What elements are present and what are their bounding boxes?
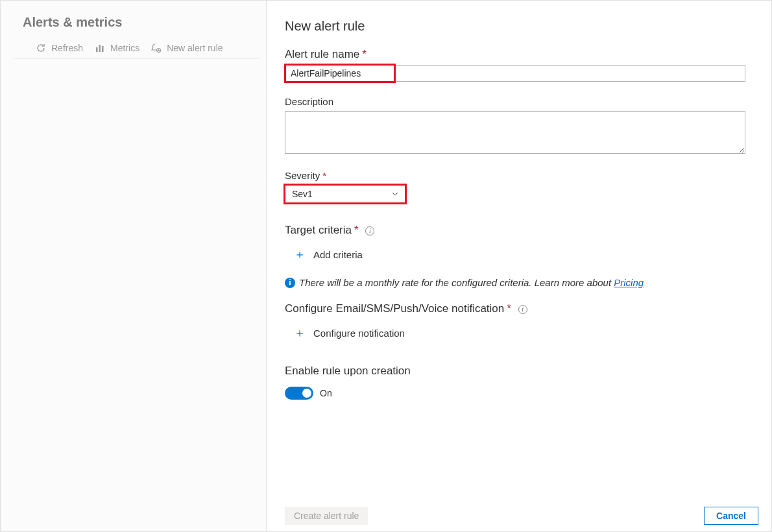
metrics-label: Metrics <box>110 43 139 53</box>
info-icon[interactable]: i <box>518 305 527 314</box>
refresh-button[interactable]: Refresh <box>36 43 83 53</box>
pricing-info-text: There will be a monthly rate for the con… <box>299 277 614 288</box>
pricing-info: i There will be a monthly rate for the c… <box>285 277 745 288</box>
required-asterisk: * <box>362 48 367 60</box>
refresh-icon <box>36 43 46 53</box>
footer-bar: Create alert rule Cancel <box>267 500 771 531</box>
new-alert-rule-button[interactable]: New alert rule <box>151 43 223 53</box>
refresh-label: Refresh <box>51 43 83 53</box>
plus-icon: ＋ <box>294 327 306 339</box>
bar-chart-icon <box>95 43 105 53</box>
severity-label: Severity* <box>285 170 745 181</box>
alert-name-label: Alert rule name* <box>285 48 745 61</box>
alert-add-icon <box>151 43 162 53</box>
left-panel-title: Alerts & metrics <box>1 7 266 39</box>
enable-rule-label: Enable rule upon creation <box>285 365 745 378</box>
alert-name-input[interactable] <box>285 65 745 82</box>
metrics-button[interactable]: Metrics <box>95 43 139 53</box>
new-alert-rule-label: New alert rule <box>167 43 223 53</box>
severity-value: Sev1 <box>292 189 313 199</box>
configure-notification-button[interactable]: ＋ Configure notification <box>294 327 405 339</box>
description-input[interactable] <box>285 111 745 154</box>
info-filled-icon: i <box>285 278 295 288</box>
enable-rule-toggle[interactable] <box>285 387 313 400</box>
app-root: Alerts & metrics Refresh <box>0 0 772 532</box>
add-criteria-button[interactable]: ＋ Add criteria <box>294 248 363 260</box>
notification-label: Configure Email/SMS/Push/Voice notificat… <box>285 302 745 315</box>
create-alert-rule-button[interactable]: Create alert rule <box>285 507 368 525</box>
page-title: New alert rule <box>285 19 745 34</box>
severity-select[interactable]: Sev1 <box>285 185 405 203</box>
required-asterisk: * <box>507 302 511 315</box>
toggle-knob <box>302 389 311 398</box>
svg-rect-0 <box>96 47 98 52</box>
add-criteria-label: Add criteria <box>313 249 363 260</box>
cancel-button[interactable]: Cancel <box>704 507 758 525</box>
toggle-state-label: On <box>320 388 332 398</box>
svg-rect-1 <box>99 45 101 52</box>
target-criteria-label: Target criteria* i <box>285 224 745 237</box>
main-panel: New alert rule Alert rule name* Descript… <box>267 1 771 531</box>
required-asterisk: * <box>322 170 326 181</box>
required-asterisk: * <box>354 224 359 236</box>
pricing-link[interactable]: Pricing <box>614 277 644 288</box>
info-icon[interactable]: i <box>365 226 374 236</box>
left-toolbar: Refresh Metrics <box>14 39 259 59</box>
plus-icon: ＋ <box>294 248 306 260</box>
configure-notification-label: Configure notification <box>313 328 405 339</box>
svg-rect-2 <box>102 46 104 52</box>
left-panel: Alerts & metrics Refresh <box>1 1 267 531</box>
description-label: Description <box>285 96 745 107</box>
